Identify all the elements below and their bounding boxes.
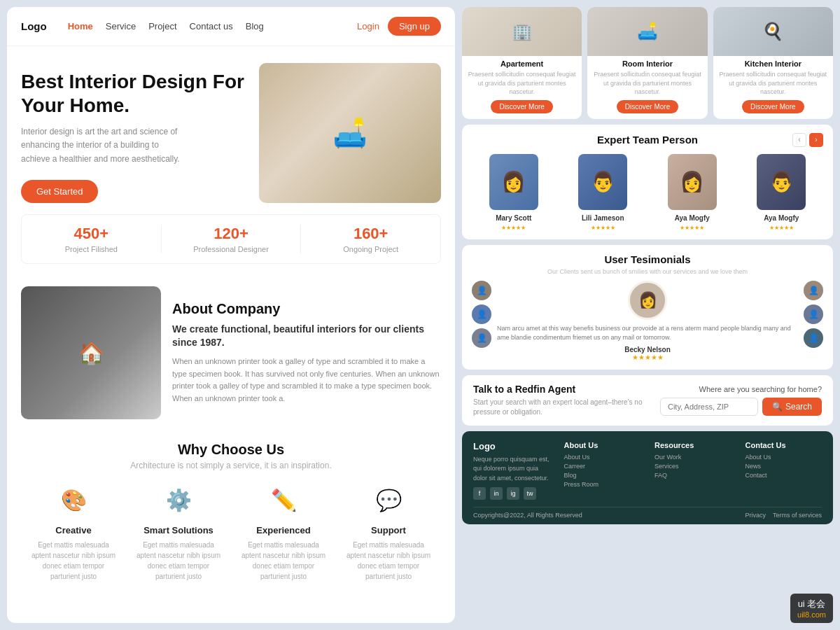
team-member-4: 👨 Aya Mogfy ★★★★★	[740, 154, 824, 231]
nav-blog[interactable]: Blog	[246, 21, 264, 31]
footer-privacy-link[interactable]: Privacy	[745, 512, 766, 519]
footer-link-press[interactable]: Press Room	[564, 481, 641, 488]
footer-resources-col: Resources Our Work Services FAQ	[654, 441, 732, 500]
hero-image-visual: 🛋️	[259, 63, 441, 203]
team-nav-arrows: ‹ ›	[792, 133, 823, 147]
portfolio-card-room: 🛋️ Room Interior Praesent sollicitudin c…	[587, 7, 707, 119]
navbar: Logo Home Service Project Contact us Blo…	[7, 7, 455, 46]
footer-resources-title: Resources	[654, 441, 732, 449]
agent-right: Where are you searching for home? 🔍 Sear…	[660, 385, 822, 416]
agent-search-input[interactable]	[660, 398, 758, 416]
apt-text: Praesent sollicitudin consequat feugiat …	[462, 70, 582, 97]
search-label: Search	[785, 402, 812, 412]
nav-home[interactable]: Home	[68, 21, 93, 31]
agent-left: Talk to a Redfin Agent Start your search…	[473, 384, 649, 417]
experienced-icon: ✏️	[264, 480, 303, 519]
nav-actions: Login Sign up	[357, 17, 441, 36]
testimonials-layout: 👤 👤 👤 👩 Nam arcu amet at this way benefi…	[472, 281, 823, 361]
signup-button[interactable]: Sign up	[388, 17, 441, 36]
nav-service[interactable]: Service	[106, 21, 136, 31]
facebook-icon[interactable]: f	[473, 487, 486, 500]
portfolio-card-kitchen: 🍳 Kitchen Interior Praesent sollicitudin…	[713, 7, 833, 119]
footer-contact-title: Contact Us	[746, 441, 822, 449]
testimonials-subtitle: Our Clients sent us bunch of smilies wit…	[472, 268, 823, 275]
agent-search-row: 🔍 Search	[660, 398, 822, 416]
footer-link-faq[interactable]: FAQ	[654, 472, 732, 479]
about-title: About Company	[172, 301, 441, 317]
testimonial-main-avatar: 👩	[628, 281, 667, 320]
team-name-3: Aya Mogfy	[650, 214, 734, 222]
footer-link-news[interactable]: News	[746, 463, 822, 470]
footer-desc: Neque porro quisquam est, qui dolorem ip…	[473, 455, 550, 484]
footer-link-contact-about[interactable]: About Us	[746, 454, 822, 461]
footer-link-career[interactable]: Carreer	[564, 463, 641, 470]
team-next-button[interactable]: ›	[809, 133, 823, 147]
watermark: ui 老会 uil8.com	[790, 594, 833, 623]
footer-contact-col: Contact Us About Us News Contact	[746, 441, 822, 500]
login-button[interactable]: Login	[357, 21, 379, 31]
about-content: About Company We create functional, beau…	[172, 301, 441, 405]
twitter-icon[interactable]: tw	[524, 487, 536, 500]
test-avatar-sm-5: 👤	[804, 304, 823, 324]
support-text: Eget mattis malesuada aptent nascetur ni…	[344, 540, 433, 582]
room-discover-button[interactable]: Discover More	[617, 100, 678, 113]
stat-ongoing: 160+ Ongoing Project	[301, 225, 440, 253]
nav-contact[interactable]: Contact us	[190, 21, 233, 31]
team-stars-1: ★★★★★	[472, 225, 556, 231]
team-prev-button[interactable]: ‹	[792, 133, 806, 147]
team-stars-4: ★★★★★	[740, 225, 824, 231]
watermark-line1: ui 老会	[797, 598, 826, 610]
search-icon: 🔍	[772, 402, 783, 412]
hero-image: 🛋️	[259, 63, 441, 203]
why-title: Why Choose Us	[21, 442, 441, 458]
footer-bottom: Copyrights@2022, All Rights Reserved Pri…	[473, 507, 822, 519]
testimonial-author: Becky Nelson	[497, 346, 798, 354]
hero-content: Best Interior Design For Your Home. Inte…	[21, 63, 248, 203]
footer-copyright: Copyrights@2022, All Rights Reserved	[473, 512, 582, 519]
why-section: Why Choose Us Architecture is not simply…	[7, 430, 455, 590]
experienced-title: Experienced	[239, 525, 328, 536]
footer-link-contact[interactable]: Contact	[746, 472, 822, 479]
stat-ongoing-label: Ongoing Project	[301, 245, 440, 253]
team-name-1: Mary Scott	[472, 214, 556, 222]
portfolio-section: 🏢 Apartement Praesent sollicitudin conse…	[462, 7, 833, 119]
footer-terms-link[interactable]: Terms of services	[773, 512, 822, 519]
team-member-1: 👩 Mary Scott ★★★★★	[472, 154, 556, 231]
why-card-smart: ⚙️ Smart Solutions Eget mattis malesuada…	[130, 480, 227, 582]
apt-discover-button[interactable]: Discover More	[491, 100, 552, 113]
team-name-4: Aya Mogfy	[740, 214, 824, 222]
instagram-icon[interactable]: ig	[507, 487, 519, 500]
stat-designers: 120+ Professional Designer	[162, 225, 302, 253]
footer-section: Logo Neque porro quisquam est, qui dolor…	[462, 431, 833, 525]
team-name-2: Lili Jameson	[561, 214, 645, 222]
creative-text: Eget mattis malesuada aptent nascetur ni…	[29, 540, 118, 582]
linkedin-icon[interactable]: in	[490, 487, 503, 500]
agent-search-button[interactable]: 🔍 Search	[762, 398, 822, 416]
kitchen-discover-button[interactable]: Discover More	[742, 100, 804, 113]
left-panel: Logo Home Service Project Contact us Blo…	[7, 7, 455, 623]
team-stars-3: ★★★★★	[650, 225, 734, 231]
get-started-button[interactable]: Get Started	[21, 180, 98, 203]
why-cards: 🎨 Creative Eget mattis malesuada aptent …	[21, 480, 441, 582]
why-card-creative: 🎨 Creative Eget mattis malesuada aptent …	[24, 480, 122, 582]
footer-link-blog[interactable]: Blog	[564, 472, 641, 479]
testimonial-text: Nam arcu amet at this way benefis busine…	[497, 324, 798, 343]
footer-about-col: About Us About Us Carreer Blog Press Roo…	[564, 441, 641, 500]
why-subtitle: Architecture is not simply a service, it…	[21, 461, 441, 470]
experienced-text: Eget mattis malesuada aptent nascetur ni…	[239, 540, 328, 582]
nav-project[interactable]: Project	[148, 21, 176, 31]
team-stars-2: ★★★★★	[561, 225, 645, 231]
kitchen-title: Kitchen Interior	[713, 59, 833, 68]
room-image: 🛋️	[587, 7, 707, 56]
footer-link-about[interactable]: About Us	[564, 454, 641, 461]
room-title: Room Interior	[587, 59, 707, 68]
team-avatar-2: 👨	[578, 154, 627, 210]
footer-link-ourwork[interactable]: Our Work	[654, 454, 732, 461]
stat-projects: 450+ Project Filished	[22, 225, 162, 253]
footer-link-services[interactable]: Services	[654, 463, 732, 470]
agent-where-label: Where are you searching for home?	[699, 385, 822, 393]
support-icon: 💬	[369, 480, 408, 519]
test-avatar-sm-1: 👤	[472, 281, 491, 300]
footer-brand-col: Logo Neque porro quisquam est, qui dolor…	[473, 441, 550, 500]
hero-section: Best Interior Design For Your Home. Inte…	[7, 46, 455, 214]
